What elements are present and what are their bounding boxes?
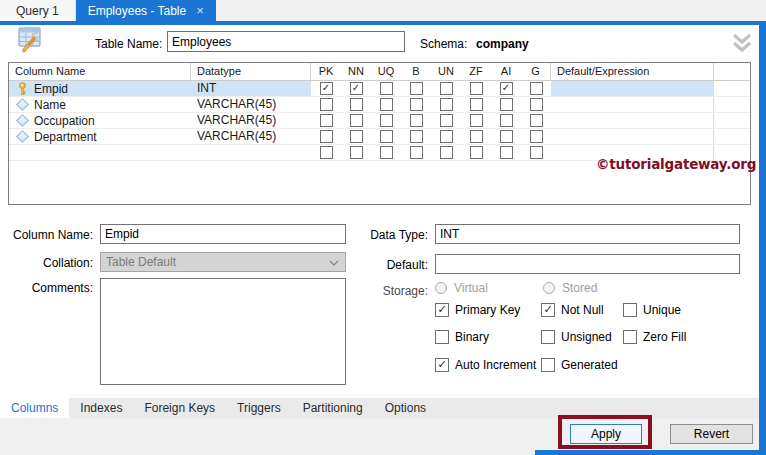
grid-checkbox-b[interactable]: ✓ xyxy=(410,130,423,143)
diamond-icon xyxy=(15,100,29,109)
tab-columns[interactable]: Columns xyxy=(0,398,69,418)
radio-virtual[interactable]: Virtual xyxy=(435,281,488,295)
tab-indexes[interactable]: Indexes xyxy=(69,398,133,418)
grid-checkbox-nn[interactable]: ✓ xyxy=(350,114,363,127)
grid-checkbox-uq[interactable]: ✓ xyxy=(380,98,393,111)
checkbox-not-null[interactable]: ✓ xyxy=(541,303,555,317)
flag-cell: ✓ xyxy=(521,97,551,112)
diamond-icon xyxy=(15,116,29,125)
radio-label: Virtual xyxy=(454,281,488,295)
grid-checkbox-b[interactable]: ✓ xyxy=(410,114,423,127)
grid-checkbox-g[interactable]: ✓ xyxy=(530,98,543,111)
grid-checkbox-g[interactable]: ✓ xyxy=(530,130,543,143)
checkbox-binary[interactable]: ✓ xyxy=(435,330,449,344)
grid-checkbox-pk[interactable]: ✓ xyxy=(320,114,333,127)
table-row[interactable]: OccupationVARCHAR(45)✓✓✓✓✓✓✓✓ xyxy=(9,113,750,129)
grid-checkbox-nn[interactable]: ✓ xyxy=(350,82,363,95)
tab-options[interactable]: Options xyxy=(374,398,437,418)
grid-checkbox-pk[interactable]: ✓ xyxy=(320,146,333,159)
double-chevron-down-icon[interactable] xyxy=(730,33,754,57)
tab-partitioning[interactable]: Partitioning xyxy=(292,398,374,418)
grid-checkbox-zf[interactable]: ✓ xyxy=(470,114,483,127)
editor-tab-employees-table[interactable]: Employees - Table× xyxy=(76,0,216,21)
tab-triggers[interactable]: Triggers xyxy=(226,398,292,418)
flag-cell: ✓ xyxy=(521,129,551,144)
grid-header-zf: ZF xyxy=(461,63,491,80)
grid-checkbox-ai[interactable]: ✓ xyxy=(500,146,513,159)
grid-checkbox-uq[interactable]: ✓ xyxy=(380,130,393,143)
table-row[interactable]: EmpidINT✓✓✓✓✓✓✓✓ xyxy=(9,81,750,97)
editor-tab-query-1[interactable]: Query 1 xyxy=(0,0,76,21)
schema-value: company xyxy=(476,37,529,51)
grid-checkbox-pk[interactable]: ✓ xyxy=(320,98,333,111)
grid-checkbox-zf[interactable]: ✓ xyxy=(470,130,483,143)
grid-checkbox-pk[interactable]: ✓ xyxy=(320,82,333,95)
table-row[interactable]: DepartmentVARCHAR(45)✓✓✓✓✓✓✓✓ xyxy=(9,129,750,145)
checkbox-auto-increment[interactable]: ✓ xyxy=(435,358,449,372)
revert-button[interactable]: Revert xyxy=(670,424,753,444)
grid-checkbox-uq[interactable]: ✓ xyxy=(380,146,393,159)
checkbox-generated[interactable]: ✓ xyxy=(541,358,555,372)
grid-checkbox-b[interactable]: ✓ xyxy=(410,82,423,95)
grid-checkbox-pk[interactable]: ✓ xyxy=(320,130,333,143)
flag-label: Unsigned xyxy=(561,330,612,344)
flag-binary[interactable]: ✓Binary xyxy=(435,329,489,344)
grid-checkbox-un[interactable]: ✓ xyxy=(440,146,453,159)
grid-checkbox-uq[interactable]: ✓ xyxy=(380,114,393,127)
flag-unsigned[interactable]: ✓Unsigned xyxy=(541,329,612,344)
grid-checkbox-nn[interactable]: ✓ xyxy=(350,98,363,111)
checkbox-zero-fill[interactable]: ✓ xyxy=(623,330,637,344)
checkbox-primary-key[interactable]: ✓ xyxy=(435,303,449,317)
grid-checkbox-nn[interactable]: ✓ xyxy=(350,130,363,143)
flag-not-null[interactable]: ✓Not Null xyxy=(541,302,604,317)
default-input[interactable] xyxy=(435,254,740,274)
grid-checkbox-un[interactable]: ✓ xyxy=(440,82,453,95)
grid-checkbox-zf[interactable]: ✓ xyxy=(470,98,483,111)
flag-label: Generated xyxy=(561,358,618,372)
grid-checkbox-uq[interactable]: ✓ xyxy=(380,82,393,95)
table-name-input[interactable] xyxy=(167,31,405,52)
checkbox-unique[interactable]: ✓ xyxy=(623,303,637,317)
flag-primary-key[interactable]: ✓Primary Key xyxy=(435,302,520,317)
check-mark: ✓ xyxy=(543,304,552,315)
column-name-cell: Department xyxy=(9,129,191,144)
datatype-cell xyxy=(191,145,311,160)
grid-checkbox-ai[interactable]: ✓ xyxy=(500,130,513,143)
grid-checkbox-ai[interactable]: ✓ xyxy=(500,114,513,127)
flag-cell: ✓ xyxy=(371,113,401,128)
flag-cell: ✓ xyxy=(341,113,371,128)
grid-checkbox-ai[interactable]: ✓ xyxy=(500,82,513,95)
table-name-label: Table Name: xyxy=(95,37,162,51)
watermark: ©tutorialgateway.org xyxy=(596,156,756,172)
grid-checkbox-b[interactable]: ✓ xyxy=(410,146,423,159)
grid-checkbox-ai[interactable]: ✓ xyxy=(500,98,513,111)
tab-foreign-keys[interactable]: Foreign Keys xyxy=(133,398,226,418)
flag-cell: ✓ xyxy=(461,129,491,144)
comments-label: Comments: xyxy=(0,281,93,295)
flag-cell: ✓ xyxy=(401,97,431,112)
grid-checkbox-zf[interactable]: ✓ xyxy=(470,82,483,95)
flag-zero-fill[interactable]: ✓Zero Fill xyxy=(623,329,686,344)
table-row[interactable]: NameVARCHAR(45)✓✓✓✓✓✓✓✓ xyxy=(9,97,750,113)
flag-cell: ✓ xyxy=(431,97,461,112)
grid-checkbox-g[interactable]: ✓ xyxy=(530,82,543,95)
grid-checkbox-un[interactable]: ✓ xyxy=(440,98,453,111)
apply-button[interactable]: Apply xyxy=(570,424,642,444)
close-icon[interactable]: × xyxy=(196,4,204,17)
flag-cell: ✓ xyxy=(431,113,461,128)
schema-label: Schema: xyxy=(420,37,467,51)
flag-auto-increment[interactable]: ✓Auto Increment xyxy=(435,357,536,372)
grid-checkbox-zf[interactable]: ✓ xyxy=(470,146,483,159)
grid-checkbox-nn[interactable]: ✓ xyxy=(350,146,363,159)
flag-unique[interactable]: ✓Unique xyxy=(623,302,681,317)
grid-checkbox-g[interactable]: ✓ xyxy=(530,114,543,127)
data-type-input[interactable] xyxy=(435,224,740,244)
grid-checkbox-b[interactable]: ✓ xyxy=(410,98,423,111)
grid-checkbox-un[interactable]: ✓ xyxy=(440,114,453,127)
key-icon xyxy=(15,82,29,95)
checkbox-unsigned[interactable]: ✓ xyxy=(541,330,555,344)
radio-stored[interactable]: Stored xyxy=(543,281,597,295)
grid-checkbox-g[interactable]: ✓ xyxy=(530,146,543,159)
grid-checkbox-un[interactable]: ✓ xyxy=(440,130,453,143)
flag-generated[interactable]: ✓Generated xyxy=(541,357,618,372)
